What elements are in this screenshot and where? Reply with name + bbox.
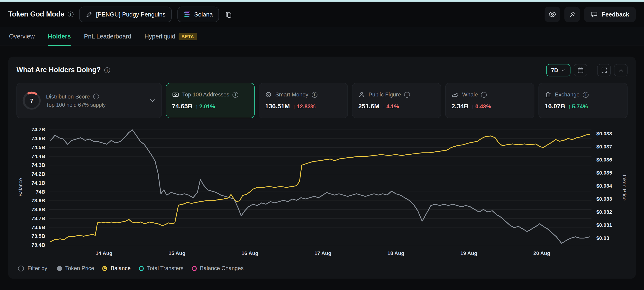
- stat-change: ↓ 0.43%: [472, 103, 491, 109]
- stat-value: 2.34B: [452, 102, 468, 110]
- right-axis-tick: $0.03: [596, 235, 609, 241]
- right-axis-tick: $0.032: [596, 209, 612, 215]
- filter-option-balance-changes[interactable]: Balance Changes: [192, 265, 244, 272]
- distribution-score-subtitle: Top 100 hold 67% supply: [46, 102, 144, 108]
- holders-chart[interactable]: 74.7B74.6B74.5B74.4B74.3B74.2B74.1B74B73…: [16, 125, 628, 263]
- feedback-button[interactable]: Feedback: [584, 7, 636, 22]
- left-axis-tick: 74.4B: [32, 153, 45, 159]
- balance-changes-ring-icon: [192, 266, 197, 271]
- arrow-down-icon: ↓: [293, 104, 296, 110]
- right-axis-tick: $0.038: [596, 131, 612, 137]
- x-axis-tick: 15 Aug: [168, 250, 186, 256]
- info-icon[interactable]: [93, 94, 99, 99]
- left-axis-tick: 74B: [36, 189, 45, 195]
- copy-address-button[interactable]: [224, 10, 232, 18]
- stat-card-whale[interactable]: Whale 2.34B ↓ 0.43%: [445, 83, 534, 118]
- tab-overview[interactable]: Overview: [9, 27, 34, 45]
- info-icon[interactable]: [583, 92, 588, 98]
- stat-change: ↑ 5.74%: [568, 104, 588, 110]
- x-axis-tick: 20 Aug: [533, 250, 550, 256]
- holders-panel: What Are Holders Doing? 7D: [8, 57, 636, 279]
- stat-value: 16.07B: [544, 103, 565, 110]
- stat-card-top-100-addresses[interactable]: Top 100 Addresses 74.65B ↑ 2.01%: [166, 83, 255, 118]
- pin-button[interactable]: [564, 7, 580, 22]
- arrow-down-icon: ↓: [382, 104, 385, 110]
- left-axis-tick: 73.5B: [32, 233, 45, 239]
- right-axis-tick: $0.036: [596, 157, 612, 163]
- distribution-score-text: Distribution Score Top 100 hold 67% supp…: [46, 93, 144, 108]
- tab-holders-label: Holders: [48, 33, 71, 40]
- chat-bubble-icon: [590, 11, 598, 18]
- right-axis-tick: $0.031: [596, 222, 612, 228]
- info-icon[interactable]: [18, 266, 24, 271]
- filter-option-balance[interactable]: Balance: [102, 265, 131, 272]
- distribution-score-value: 7: [24, 93, 39, 108]
- range-selector-value: 7D: [551, 67, 558, 73]
- info-icon[interactable]: [312, 92, 318, 98]
- stat-name: Smart Money: [275, 92, 308, 98]
- token-selector[interactable]: [PENGU] Pudgy Penguins: [79, 7, 172, 22]
- tab-hyperliquid[interactable]: Hyperliquid BETA: [144, 27, 197, 45]
- series-line-balance: [51, 134, 590, 242]
- info-icon[interactable]: [404, 92, 410, 98]
- filter-option-token-price[interactable]: Token Price: [57, 265, 94, 272]
- left-axis-tick: 74.5B: [32, 145, 45, 150]
- holders-chart-svg[interactable]: 74.7B74.6B74.5B74.4B74.3B74.2B74.1B74B73…: [16, 125, 628, 261]
- info-icon[interactable]: [481, 92, 487, 98]
- left-axis-tick: 73.9B: [32, 198, 45, 203]
- left-axis-tick: 74.1B: [32, 180, 45, 186]
- main-tabs: Overview Holders PnL Leaderboard Hyperli…: [0, 27, 644, 46]
- filter-option-label: Balance: [111, 265, 131, 272]
- copy-icon: [224, 10, 232, 18]
- chevron-down-icon[interactable]: [149, 97, 156, 104]
- left-axis-tick: 74.6B: [32, 136, 45, 141]
- left-axis-label: Balance: [18, 178, 24, 197]
- collapse-button[interactable]: [614, 64, 628, 76]
- info-icon[interactable]: [104, 67, 110, 73]
- filter-label: Filter by:: [28, 265, 49, 272]
- stat-card-public-figure[interactable]: Public Figure 251.6M ↓ 4.1%: [352, 83, 441, 118]
- tab-holders[interactable]: Holders: [48, 27, 71, 45]
- stat-name: Exchange: [555, 92, 580, 98]
- bank-icon: [544, 91, 552, 98]
- filter-option-total-transfers[interactable]: Total Transfers: [139, 265, 184, 272]
- stat-card-distribution-score[interactable]: 7 Distribution Score Top 100 hold 67% su…: [16, 83, 162, 118]
- right-axis-tick: $0.034: [596, 183, 612, 189]
- beta-badge: BETA: [178, 32, 197, 40]
- x-axis-tick: 18 Aug: [387, 250, 404, 256]
- total-transfers-ring-icon: [139, 266, 144, 271]
- coin-icon: [265, 91, 272, 98]
- chain-selector[interactable]: Solana: [178, 7, 219, 22]
- left-axis-tick: 73.4B: [32, 242, 45, 248]
- app-title-group: Token God Mode: [8, 10, 73, 18]
- stat-card-smart-money[interactable]: Smart Money 136.51M ↓ 12.83%: [259, 83, 348, 118]
- stat-card-exchange[interactable]: Exchange 16.07B ↑ 5.74%: [538, 83, 628, 118]
- left-axis-tick: 73.6B: [32, 225, 45, 230]
- calendar-button[interactable]: [574, 64, 588, 76]
- range-selector[interactable]: 7D: [546, 64, 570, 76]
- tab-pnl-leaderboard[interactable]: PnL Leaderboard: [84, 27, 131, 45]
- left-axis-tick: 74.2B: [32, 171, 45, 177]
- banknote-icon: [172, 91, 179, 98]
- info-icon[interactable]: [68, 11, 73, 17]
- solana-icon: [184, 11, 190, 17]
- stat-change: ↓ 12.83%: [293, 104, 316, 110]
- app-header: Token God Mode [PENGU] Pudgy Penguins So…: [0, 1, 644, 27]
- app-title: Token God Mode: [8, 10, 64, 18]
- stat-change-value: 2.01%: [200, 104, 215, 110]
- filter-row: Filter by: Token Price Balance Total Tra…: [16, 263, 628, 276]
- watchlist-button[interactable]: [544, 7, 560, 22]
- right-axis-tick: $0.035: [596, 170, 612, 176]
- fullscreen-icon: [601, 67, 607, 73]
- panel-title-group: What Are Holders Doing?: [16, 66, 110, 74]
- fullscreen-button[interactable]: [597, 64, 611, 76]
- panel-header: What Are Holders Doing? 7D: [16, 64, 628, 76]
- arrow-up-icon: ↑: [568, 104, 571, 110]
- panel-controls: 7D: [546, 64, 628, 76]
- tab-overview-label: Overview: [9, 33, 34, 40]
- chain-selector-label: Solana: [194, 11, 213, 18]
- token-price-dot-icon: [57, 266, 62, 271]
- info-icon[interactable]: [232, 92, 238, 98]
- arrow-up-icon: ↑: [195, 104, 198, 110]
- main-content: What Are Holders Doing? 7D: [0, 46, 644, 279]
